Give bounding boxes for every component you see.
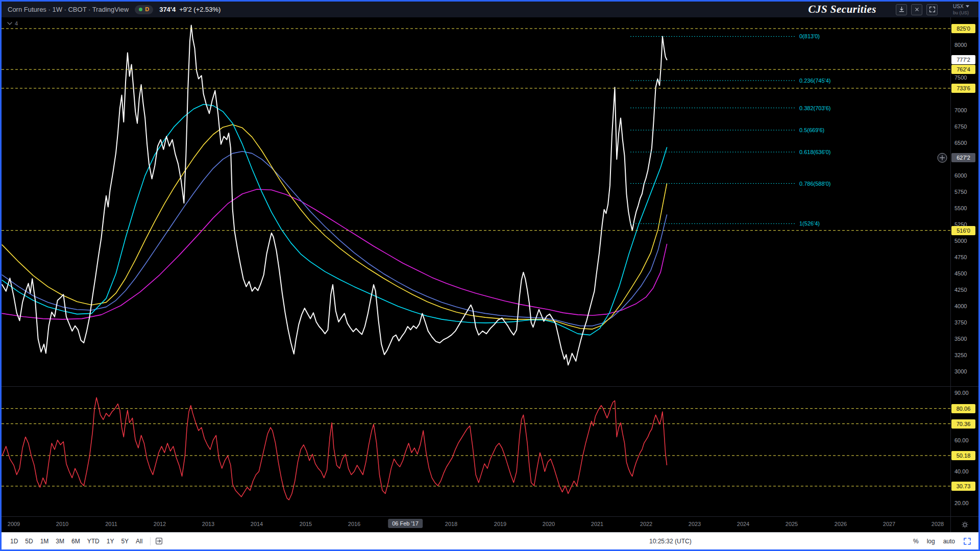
axis-currency-text: USX (953, 4, 964, 9)
range-button-3m[interactable]: 3M (52, 536, 68, 547)
time-axis-year-label: 2013 (202, 521, 214, 527)
close-icon[interactable] (911, 4, 922, 15)
price-axis-tick: 3000 (954, 368, 967, 375)
range-button-5d[interactable]: 5D (21, 536, 36, 547)
scale-controls: % log auto (913, 537, 971, 545)
time-axis-year-label: 2012 (154, 521, 166, 527)
time-axis-year-label: 2014 (251, 521, 263, 527)
fib-level-label: 0.5(669'6) (799, 127, 824, 133)
fullscreen-icon[interactable] (963, 537, 971, 545)
axis-unit-label: bu (US) (953, 10, 969, 15)
price-axis-tick: 3500 (954, 335, 967, 342)
fib-level-label: 1(526'4) (799, 220, 820, 227)
go-to-date-icon[interactable] (155, 537, 163, 545)
main-price-pane[interactable]: 0(813'0)0.236(745'4)0.382(703'6)0.5(669'… (2, 17, 950, 386)
chart-header: Corn Futures · 1W · CBOT · TradingView D… (2, 2, 978, 17)
range-button-1m[interactable]: 1M (37, 536, 53, 547)
time-axis-year-label: 2022 (640, 521, 652, 527)
price-axis-tick: 4750 (954, 254, 967, 261)
toolbar-divider (150, 537, 151, 545)
price-level-badge[interactable]: 516'0 (951, 226, 975, 235)
delayed-data-letter: D (145, 7, 149, 12)
time-axis[interactable]: 2009201020112012201320142015201620182019… (2, 517, 950, 532)
time-axis-year-label: 2020 (543, 521, 555, 527)
axis-currency-label[interactable]: USX (953, 4, 969, 9)
price-axis-tick: 4500 (954, 270, 967, 277)
time-axis-divider (2, 516, 978, 517)
price-axis-tick: 6750 (954, 123, 967, 130)
add-alert-plus-icon[interactable] (938, 153, 947, 162)
price-axis-tick: 4000 (954, 303, 967, 310)
symbol-title[interactable]: Corn Futures · 1W · CBOT · TradingView (8, 6, 129, 13)
market-status-dot-icon (139, 8, 142, 11)
range-button-5y[interactable]: 5Y (117, 536, 132, 547)
last-price: 374'4 (159, 6, 176, 13)
oscillator-axis-tick: 20.00 (954, 499, 969, 507)
price-axis-tick: 6500 (954, 139, 967, 146)
time-axis-settings[interactable] (951, 517, 978, 532)
range-button-ytd[interactable]: YTD (84, 536, 103, 547)
axis-divider (950, 17, 951, 532)
log-scale-button[interactable]: log (927, 538, 935, 545)
fib-level-label: 0.618(636'0) (799, 149, 830, 155)
indicator-legend-toggle[interactable]: 4 (7, 20, 18, 27)
price-axis-tick: 5750 (954, 188, 967, 195)
auto-scale-button[interactable]: auto (943, 538, 955, 545)
fib-level-label: 0(813'0) (799, 33, 820, 39)
price-axis-tick: 4250 (954, 286, 967, 293)
range-button-1d[interactable]: 1D (7, 536, 21, 547)
fib-level-label: 0.382(703'6) (799, 105, 830, 111)
download-icon[interactable] (896, 4, 907, 15)
time-axis-year-label: 2010 (56, 521, 68, 527)
time-axis-year-label: 2026 (835, 521, 847, 527)
price-level-badge[interactable]: 762'4 (951, 65, 975, 74)
fib-level-label: 0.236(745'4) (799, 78, 830, 84)
chevron-down-icon (7, 22, 12, 25)
oscillator-level-badge[interactable]: 80.06 (951, 404, 975, 413)
percent-scale-button[interactable]: % (913, 538, 919, 545)
price-axis-tick: 5000 (954, 237, 967, 244)
maximize-icon[interactable] (926, 4, 938, 15)
quote-readout: 374'4 +9'2 (+2.53%) (159, 6, 220, 13)
time-axis-year-label: 2023 (689, 521, 701, 527)
time-axis-year-label: 2016 (348, 521, 360, 527)
pane-divider[interactable] (2, 386, 978, 387)
price-axis-tick: 3750 (954, 319, 967, 326)
gear-icon (961, 521, 969, 529)
range-button-6m[interactable]: 6M (68, 536, 84, 547)
oscillator-pane[interactable] (2, 387, 950, 516)
bottom-toolbar: 1D5D1M3M6MYTD1Y5YAll 10:25:32 (UTC) % lo… (2, 532, 978, 549)
go-to-date-marker[interactable]: 06 Feb '17 (388, 519, 423, 528)
brand-logo: CJS Securities (808, 3, 876, 16)
fib-level-label: 0.786(588'0) (799, 181, 830, 187)
oscillator-series (2, 397, 667, 500)
price-level-badge[interactable]: 733'6 (951, 84, 975, 93)
oscillator-level-badge[interactable]: 50.18 (951, 451, 975, 460)
time-axis-year-label: 2009 (8, 521, 20, 527)
data-mode-badge[interactable]: D (135, 5, 153, 14)
utc-clock[interactable]: 10:25:32 (UTC) (649, 538, 692, 545)
time-axis-year-label: 2025 (786, 521, 798, 527)
price-change: +9'2 (+2.53%) (179, 6, 220, 13)
price-axis-tick: 8000 (954, 41, 967, 48)
oscillator-level-badge[interactable]: 30.73 (951, 482, 975, 491)
range-button-all[interactable]: All (132, 536, 146, 547)
price-axis-tick: 6000 (954, 172, 967, 179)
range-button-1y[interactable]: 1Y (103, 536, 118, 547)
price-axis-tick: 5500 (954, 205, 967, 212)
price-axis[interactable]: 8000750070006750650060005750550052505000… (950, 17, 978, 517)
window-controls (896, 4, 938, 15)
time-axis-year-label: 2021 (591, 521, 603, 527)
range-buttons: 1D5D1M3M6MYTD1Y5YAll (7, 536, 146, 547)
time-axis-year-label: 2018 (445, 521, 457, 527)
price-axis-tick: 7500 (954, 74, 967, 81)
time-axis-year-label: 2027 (883, 521, 895, 527)
oscillator-axis-tick: 90.00 (954, 389, 969, 396)
oscillator-level-badge[interactable]: 70.36 (951, 419, 975, 429)
indicator-count: 4 (15, 20, 18, 27)
price-level-badge[interactable]: 825'0 (951, 24, 975, 33)
time-axis-year-label: 2015 (300, 521, 312, 527)
time-axis-year-label: 2019 (494, 521, 506, 527)
oscillator-axis-tick: 60.00 (954, 437, 969, 444)
oscillator-axis-tick: 40.00 (954, 468, 969, 475)
